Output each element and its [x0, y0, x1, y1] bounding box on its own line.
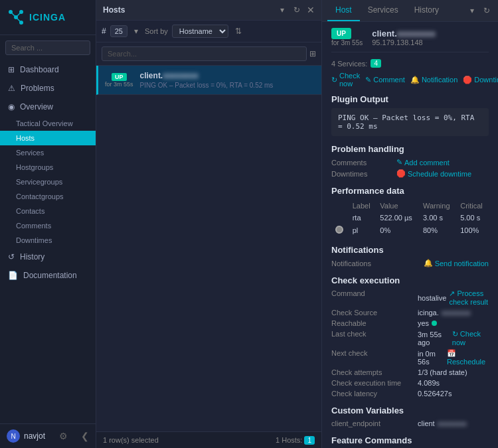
- host-info: client.xxxxxxxx PING OK – Packet loss = …: [140, 71, 315, 89]
- refresh-icon[interactable]: ↻: [291, 4, 303, 16]
- attempts-value: 1/3 (hard state): [418, 368, 467, 376]
- hosts-toolbar: # 25 ▾ Sort by Hostname ⇅: [96, 21, 321, 42]
- sidebar-item-contacts[interactable]: Contacts: [0, 204, 96, 218]
- logo-text: ICINGA: [29, 12, 66, 23]
- notification-link[interactable]: 🔔 Notification: [410, 72, 457, 88]
- count-dropdown-icon[interactable]: ▾: [131, 25, 141, 37]
- icinga-logo-icon: [7, 8, 25, 27]
- host-up-badge: UP: [331, 28, 351, 39]
- sidebar-item-history[interactable]: ↺ History: [0, 248, 96, 266]
- contactgroups-label: Contactgroups: [16, 192, 64, 200]
- sidebar-search-container: [0, 35, 96, 60]
- detail-dropdown-icon[interactable]: ▾: [467, 5, 477, 17]
- source-value: icinga.xxxxxxxx: [418, 309, 471, 317]
- sidebar-item-overview[interactable]: ◉ Overview: [0, 98, 96, 116]
- add-comment-link[interactable]: ✎ Add comment: [396, 158, 450, 167]
- sidebar-item-downtimes[interactable]: Downtimes: [0, 233, 96, 248]
- detail-refresh-icon[interactable]: ↻: [481, 5, 493, 17]
- perf-critical-rta: 5.00 s: [456, 212, 489, 224]
- downtime-link[interactable]: 🛑 Downtime: [463, 72, 498, 88]
- sort-select[interactable]: Hostname: [172, 25, 228, 38]
- client-endpoint-value: clientxxxxxxxx: [418, 419, 467, 427]
- plugin-output-box: PING OK – Packet loss = 0%, RTA = 0.52 m…: [331, 108, 489, 136]
- custom-variables-section: Custom Variables client_endpoint clientx…: [331, 406, 489, 427]
- send-notification-link[interactable]: 🔔 Send notification: [424, 259, 489, 267]
- tab-services[interactable]: Services: [360, 0, 406, 21]
- hosts-search-input[interactable]: [102, 46, 307, 61]
- tab-history[interactable]: History: [406, 0, 447, 21]
- sidebar-item-label: History: [20, 252, 44, 261]
- downtimes-label: Downtimes: [331, 170, 391, 178]
- perf-critical-pl: 100%: [456, 224, 489, 237]
- icinga-logo: ICINGA: [7, 8, 66, 27]
- downtimes-label: Downtimes: [16, 236, 52, 244]
- filter-icon[interactable]: ⊞: [309, 49, 316, 58]
- sidebar-search-input[interactable]: [5, 40, 90, 55]
- client-endpoint-label: client_endpoint: [331, 419, 418, 427]
- last-check-value: 3m 55s ago ↻ Check now: [418, 330, 489, 346]
- sidebar-item-label: Problems: [21, 84, 54, 93]
- command-label: Command: [331, 289, 418, 306]
- sidebar-item-tactical[interactable]: Tactical Overview: [0, 116, 96, 131]
- notifications-section: Notifications Notifications 🔔 Send notif…: [331, 245, 489, 267]
- sidebar-collapse-icon[interactable]: ❮: [81, 431, 89, 441]
- comments-row: Comments ✎ Add comment: [331, 158, 489, 167]
- documentation-icon: 📄: [8, 271, 18, 280]
- reachable-label: Reachable: [331, 319, 418, 327]
- sort-asc-icon[interactable]: ⇅: [232, 25, 244, 37]
- notifications-row: Notifications 🔔 Send notification: [331, 259, 489, 267]
- sidebar-item-servicegroups[interactable]: Servicegroups: [0, 175, 96, 189]
- perf-col-label: Label: [349, 200, 376, 212]
- nav-section: ⊞ Dashboard ⚠ Problems ◉ Overview Tactic…: [0, 60, 96, 423]
- main-content: Hosts ▾ ↻ ✕ # 25 ▾ Sort by Hostname ⇅: [96, 0, 498, 448]
- contacts-label: Contacts: [16, 207, 44, 215]
- latency-value: 0.526427s: [418, 390, 452, 398]
- source-row: Check Source icinga.xxxxxxxx: [331, 309, 489, 317]
- client-endpoint-row: client_endpoint clientxxxxxxxx: [331, 419, 489, 427]
- custom-variables-title: Custom Variables: [331, 406, 489, 415]
- source-label: Check Source: [331, 309, 418, 317]
- perf-col-value: Value: [376, 200, 419, 212]
- sidebar-item-services[interactable]: Services: [0, 145, 96, 160]
- hosts-count-label: 1 Hosts: 1: [276, 436, 315, 444]
- check-now-link[interactable]: ↻ Check now: [331, 72, 360, 88]
- check-now-exec-link[interactable]: ↻ Check now: [452, 330, 489, 346]
- sidebar-item-dashboard[interactable]: ⊞ Dashboard: [0, 60, 96, 79]
- comment-link[interactable]: ✎ Comment: [365, 72, 405, 88]
- hash-label: #: [102, 27, 106, 36]
- svg-line-6: [16, 17, 21, 23]
- host-status-bar: UP for 3m 55s client.xxxxxxxx 95.179.138…: [331, 29, 489, 52]
- perf-col-icon: [331, 200, 349, 212]
- latency-label: Check latency: [331, 390, 418, 398]
- table-row: rta 522.00 µs 3.00 s 5.00 s: [331, 212, 489, 224]
- reschedule-link[interactable]: 📅 Reschedule: [447, 349, 489, 366]
- process-check-result-link[interactable]: ↗ Process check result: [449, 289, 489, 306]
- sidebar-item-hostgroups[interactable]: Hostgroups: [0, 160, 96, 175]
- notifications-title: Notifications: [331, 245, 489, 255]
- settings-icon[interactable]: ⚙: [59, 431, 68, 441]
- schedule-downtime-link[interactable]: 🛑 Schedule downtime: [396, 169, 471, 178]
- sidebar: ICINGA ⊞ Dashboard ⚠ Problems ◉ Overview…: [0, 0, 96, 448]
- host-row[interactable]: UP for 3m 55s client.xxxxxxxx PING OK – …: [96, 66, 321, 95]
- hosts-list: UP for 3m 55s client.xxxxxxxx PING OK – …: [96, 66, 321, 431]
- perf-label-pl: pl: [349, 224, 376, 237]
- rows-selected-label: 1 row(s) selected: [103, 436, 159, 444]
- sidebar-item-comments[interactable]: Comments: [0, 218, 96, 233]
- dashboard-icon: ⊞: [8, 65, 15, 74]
- tab-host[interactable]: Host: [327, 0, 360, 21]
- exec-time-label: Check execution time: [331, 379, 418, 387]
- perf-warning-pl: 80%: [419, 224, 456, 237]
- hosts-count-badge[interactable]: 25: [110, 25, 127, 37]
- sidebar-item-contactgroups[interactable]: Contactgroups: [0, 189, 96, 204]
- exec-time-value: 4.089s: [418, 379, 440, 387]
- services-label: Services: [16, 149, 44, 157]
- sidebar-item-documentation[interactable]: 📄 Documentation: [0, 266, 96, 285]
- detail-host-ip: 95.179.138.148: [372, 38, 435, 46]
- sidebar-item-hosts[interactable]: Hosts: [0, 131, 96, 145]
- close-icon[interactable]: ✕: [307, 5, 315, 15]
- overview-icon: ◉: [8, 102, 15, 112]
- dropdown-icon[interactable]: ▾: [278, 4, 287, 16]
- sidebar-item-problems[interactable]: ⚠ Problems: [0, 79, 96, 98]
- hosts-footer: 1 row(s) selected 1 Hosts: 1: [96, 431, 321, 448]
- status-time: for 3m 55s: [105, 81, 133, 88]
